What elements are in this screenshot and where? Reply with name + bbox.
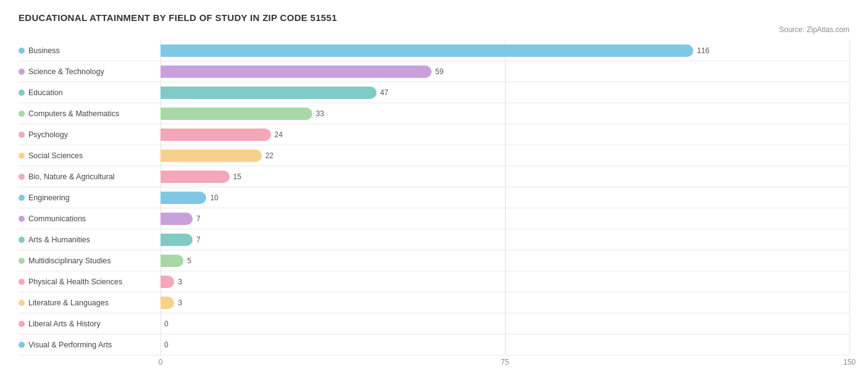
- bar-value: 3: [178, 299, 182, 307]
- bar: [161, 45, 693, 57]
- bar-value: 5: [187, 256, 191, 265]
- label-text: Physical & Health Sciences: [28, 278, 122, 286]
- label-text: Psychology: [28, 130, 68, 139]
- bar-value: 7: [196, 235, 201, 244]
- bar-area: 22: [161, 145, 849, 166]
- dot-icon: [19, 258, 25, 264]
- bar-area: 59: [161, 61, 849, 82]
- dot-icon: [19, 216, 25, 222]
- bar-area: 15: [161, 166, 849, 187]
- bar: [161, 234, 193, 246]
- bar: [161, 276, 174, 288]
- bar-value: 59: [435, 67, 443, 76]
- table-row: Social Sciences22: [19, 145, 849, 166]
- dot-icon: [19, 153, 25, 159]
- label-text: Visual & Performing Arts: [28, 341, 112, 349]
- bar: [161, 150, 262, 162]
- bar-label: Engineering: [19, 193, 161, 202]
- bar-label: Psychology: [19, 130, 161, 139]
- table-row: Multidisciplinary Studies5: [19, 250, 849, 271]
- bar-value: 0: [164, 320, 169, 328]
- bar-area: 3: [161, 292, 849, 313]
- bar: [161, 87, 377, 99]
- table-row: Arts & Humanities7: [19, 229, 849, 250]
- table-row: Science & Technology59: [19, 61, 849, 82]
- dot-icon: [19, 321, 25, 327]
- bar-label: Computers & Mathematics: [19, 109, 161, 118]
- table-row: Physical & Health Sciences3: [19, 271, 849, 292]
- table-row: Psychology24: [19, 124, 849, 145]
- dot-icon: [19, 300, 25, 306]
- dot-icon: [19, 195, 25, 201]
- dot-icon: [19, 132, 25, 138]
- bar-label: Liberal Arts & History: [19, 320, 161, 328]
- x-tick-75: 75: [501, 358, 509, 367]
- bar: [161, 66, 432, 78]
- bar-value: 15: [233, 172, 241, 181]
- label-text: Bio, Nature & Agricultural: [28, 172, 115, 181]
- bar-label: Business: [19, 46, 161, 55]
- source-label: Source: ZipAtlas.com: [19, 25, 849, 34]
- bar-label: Visual & Performing Arts: [19, 341, 161, 349]
- bar-value: 24: [275, 130, 283, 139]
- bar-label: Science & Technology: [19, 67, 161, 76]
- bar: [161, 129, 271, 141]
- dot-icon: [19, 174, 25, 180]
- bar-label: Education: [19, 88, 161, 97]
- bar-value: 47: [380, 88, 388, 97]
- label-text: Liberal Arts & History: [28, 320, 101, 328]
- dot-icon: [19, 111, 25, 117]
- dot-icon: [19, 279, 25, 285]
- bar-value: 0: [164, 341, 169, 349]
- dot-icon: [19, 342, 25, 348]
- bar-label: Multidisciplinary Studies: [19, 256, 161, 265]
- bar: [161, 108, 312, 120]
- page-title: EDUCATIONAL ATTAINMENT BY FIELD OF STUDY…: [19, 12, 849, 23]
- label-text: Engineering: [28, 193, 70, 202]
- bar-value: 22: [265, 151, 273, 160]
- bar-label: Bio, Nature & Agricultural: [19, 172, 161, 181]
- bar-label: Social Sciences: [19, 151, 161, 160]
- label-text: Science & Technology: [28, 67, 104, 76]
- label-text: Multidisciplinary Studies: [28, 256, 111, 265]
- table-row: Education47: [19, 82, 849, 103]
- bar: [161, 297, 174, 309]
- bar-value: 7: [196, 214, 201, 223]
- table-row: Literature & Languages3: [19, 292, 849, 313]
- bar-label: Literature & Languages: [19, 299, 161, 307]
- bar-label: Communications: [19, 214, 161, 223]
- bar-value: 116: [697, 46, 709, 55]
- dot-icon: [19, 48, 25, 54]
- table-row: Liberal Arts & History0: [19, 313, 849, 334]
- table-row: Bio, Nature & Agricultural15: [19, 166, 849, 187]
- bar-area: 0: [161, 313, 849, 334]
- bar: [161, 171, 230, 183]
- table-row: Computers & Mathematics33: [19, 103, 849, 124]
- label-text: Communications: [28, 214, 86, 223]
- bar-area: 116: [161, 40, 849, 61]
- table-row: Visual & Performing Arts0: [19, 334, 849, 355]
- table-row: Business116: [19, 40, 849, 61]
- label-text: Computers & Mathematics: [28, 109, 119, 118]
- label-text: Social Sciences: [28, 151, 83, 160]
- label-text: Arts & Humanities: [28, 235, 90, 244]
- bar: [161, 192, 206, 204]
- x-tick-0: 0: [159, 358, 163, 367]
- label-text: Literature & Languages: [28, 299, 109, 307]
- table-row: Engineering10: [19, 187, 849, 208]
- bar-value: 3: [178, 278, 182, 286]
- bar-area: 7: [161, 229, 849, 250]
- chart-container: Business116Science & Technology59Educati…: [19, 40, 849, 355]
- bar: [161, 213, 193, 225]
- label-text: Business: [28, 46, 60, 55]
- bar-area: 10: [161, 187, 849, 208]
- label-text: Education: [28, 88, 63, 97]
- bar-value: 33: [316, 109, 324, 118]
- bar-label: Arts & Humanities: [19, 235, 161, 244]
- bar-area: 47: [161, 82, 849, 103]
- x-tick-150: 150: [843, 358, 856, 367]
- dot-icon: [19, 69, 25, 75]
- bar-area: 7: [161, 208, 849, 229]
- bar: [161, 255, 183, 267]
- bar-area: 0: [161, 334, 849, 355]
